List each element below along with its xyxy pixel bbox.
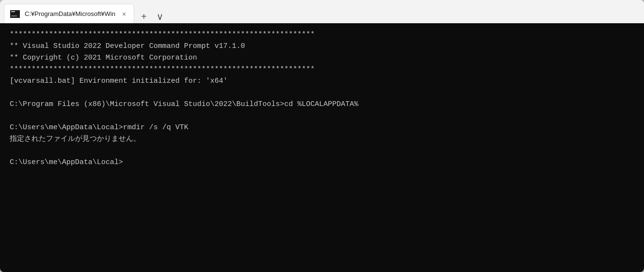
tab-dropdown-button[interactable]: ∨ <box>153 12 167 21</box>
title-bar: C:¥ProgramData¥Microsoft¥Win × + ∨ <box>0 0 644 23</box>
terminal-line-3: ****************************************… <box>10 64 634 76</box>
tab-title: C:¥ProgramData¥Microsoft¥Win <box>25 10 115 17</box>
terminal-line-0: ****************************************… <box>10 29 634 41</box>
terminal-tab[interactable]: C:¥ProgramData¥Microsoft¥Win × <box>4 4 134 23</box>
terminal-line-8: C:\Users\me\AppData\Local>rmdir /s /q VT… <box>10 122 634 134</box>
terminal-window: C:¥ProgramData¥Microsoft¥Win × + ∨ *****… <box>0 0 644 272</box>
tab-close-button[interactable]: × <box>120 9 128 19</box>
terminal-line-11: C:\Users\me\AppData\Local> <box>10 157 634 168</box>
terminal-line-1: ** Visual Studio 2022 Developer Command … <box>10 41 634 52</box>
terminal-line-7 <box>10 110 634 122</box>
terminal-line-5 <box>10 87 634 99</box>
new-tab-button[interactable]: + <box>138 12 150 21</box>
tab-bar-actions: + ∨ <box>138 12 167 23</box>
cmd-icon <box>10 10 20 18</box>
terminal-line-2: ** Copyright (c) 2021 Microsoft Corporat… <box>10 52 634 64</box>
terminal-line-6: C:\Program Files (x86)\Microsoft Visual … <box>10 99 634 110</box>
terminal-line-4: [vcvarsall.bat] Environment initialized … <box>10 76 634 87</box>
terminal-line-9: 指定されたファイルが見つかりません。 <box>10 134 634 145</box>
terminal-line-10 <box>10 145 634 157</box>
terminal-body[interactable]: ****************************************… <box>0 23 644 272</box>
